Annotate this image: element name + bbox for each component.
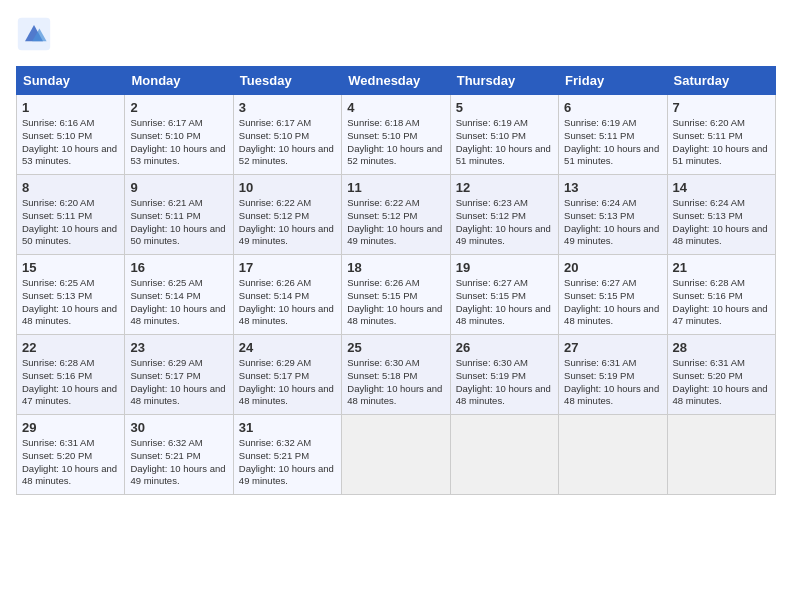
day-number: 2: [130, 100, 227, 115]
logo-icon: [16, 16, 52, 52]
cell-sunrise: Sunrise: 6:19 AMSunset: 5:11 PMDaylight:…: [564, 117, 659, 166]
cell-sunrise: Sunrise: 6:32 AMSunset: 5:21 PMDaylight:…: [239, 437, 334, 486]
calendar-cell: 3 Sunrise: 6:17 AMSunset: 5:10 PMDayligh…: [233, 95, 341, 175]
day-number: 15: [22, 260, 119, 275]
cell-sunrise: Sunrise: 6:30 AMSunset: 5:18 PMDaylight:…: [347, 357, 442, 406]
calendar-cell: 31 Sunrise: 6:32 AMSunset: 5:21 PMDaylig…: [233, 415, 341, 495]
header-monday: Monday: [125, 67, 233, 95]
day-number: 19: [456, 260, 553, 275]
calendar-cell: 28 Sunrise: 6:31 AMSunset: 5:20 PMDaylig…: [667, 335, 775, 415]
day-number: 5: [456, 100, 553, 115]
cell-sunrise: Sunrise: 6:24 AMSunset: 5:13 PMDaylight:…: [673, 197, 768, 246]
cell-sunrise: Sunrise: 6:18 AMSunset: 5:10 PMDaylight:…: [347, 117, 442, 166]
cell-sunrise: Sunrise: 6:24 AMSunset: 5:13 PMDaylight:…: [564, 197, 659, 246]
cell-sunrise: Sunrise: 6:20 AMSunset: 5:11 PMDaylight:…: [673, 117, 768, 166]
cell-sunrise: Sunrise: 6:30 AMSunset: 5:19 PMDaylight:…: [456, 357, 551, 406]
page-header: [16, 16, 776, 52]
cell-sunrise: Sunrise: 6:27 AMSunset: 5:15 PMDaylight:…: [456, 277, 551, 326]
calendar-cell: 17 Sunrise: 6:26 AMSunset: 5:14 PMDaylig…: [233, 255, 341, 335]
calendar-cell: 19 Sunrise: 6:27 AMSunset: 5:15 PMDaylig…: [450, 255, 558, 335]
calendar-week-5: 29 Sunrise: 6:31 AMSunset: 5:20 PMDaylig…: [17, 415, 776, 495]
day-number: 9: [130, 180, 227, 195]
calendar-cell: 21 Sunrise: 6:28 AMSunset: 5:16 PMDaylig…: [667, 255, 775, 335]
header-friday: Friday: [559, 67, 667, 95]
day-number: 16: [130, 260, 227, 275]
header-sunday: Sunday: [17, 67, 125, 95]
cell-sunrise: Sunrise: 6:26 AMSunset: 5:15 PMDaylight:…: [347, 277, 442, 326]
calendar-table: SundayMondayTuesdayWednesdayThursdayFrid…: [16, 66, 776, 495]
cell-sunrise: Sunrise: 6:17 AMSunset: 5:10 PMDaylight:…: [130, 117, 225, 166]
cell-sunrise: Sunrise: 6:21 AMSunset: 5:11 PMDaylight:…: [130, 197, 225, 246]
day-number: 23: [130, 340, 227, 355]
calendar-header-row: SundayMondayTuesdayWednesdayThursdayFrid…: [17, 67, 776, 95]
header-tuesday: Tuesday: [233, 67, 341, 95]
calendar-cell: 23 Sunrise: 6:29 AMSunset: 5:17 PMDaylig…: [125, 335, 233, 415]
calendar-cell: 26 Sunrise: 6:30 AMSunset: 5:19 PMDaylig…: [450, 335, 558, 415]
day-number: 6: [564, 100, 661, 115]
day-number: 31: [239, 420, 336, 435]
day-number: 7: [673, 100, 770, 115]
cell-sunrise: Sunrise: 6:31 AMSunset: 5:20 PMDaylight:…: [22, 437, 117, 486]
day-number: 11: [347, 180, 444, 195]
calendar-cell: 30 Sunrise: 6:32 AMSunset: 5:21 PMDaylig…: [125, 415, 233, 495]
calendar-cell: 12 Sunrise: 6:23 AMSunset: 5:12 PMDaylig…: [450, 175, 558, 255]
header-thursday: Thursday: [450, 67, 558, 95]
day-number: 24: [239, 340, 336, 355]
day-number: 1: [22, 100, 119, 115]
day-number: 13: [564, 180, 661, 195]
calendar-week-3: 15 Sunrise: 6:25 AMSunset: 5:13 PMDaylig…: [17, 255, 776, 335]
calendar-cell: 6 Sunrise: 6:19 AMSunset: 5:11 PMDayligh…: [559, 95, 667, 175]
day-number: 3: [239, 100, 336, 115]
day-number: 25: [347, 340, 444, 355]
day-number: 26: [456, 340, 553, 355]
cell-sunrise: Sunrise: 6:16 AMSunset: 5:10 PMDaylight:…: [22, 117, 117, 166]
calendar-cell: 20 Sunrise: 6:27 AMSunset: 5:15 PMDaylig…: [559, 255, 667, 335]
calendar-week-2: 8 Sunrise: 6:20 AMSunset: 5:11 PMDayligh…: [17, 175, 776, 255]
calendar-cell: 1 Sunrise: 6:16 AMSunset: 5:10 PMDayligh…: [17, 95, 125, 175]
calendar-cell: 11 Sunrise: 6:22 AMSunset: 5:12 PMDaylig…: [342, 175, 450, 255]
calendar-week-1: 1 Sunrise: 6:16 AMSunset: 5:10 PMDayligh…: [17, 95, 776, 175]
cell-sunrise: Sunrise: 6:26 AMSunset: 5:14 PMDaylight:…: [239, 277, 334, 326]
cell-sunrise: Sunrise: 6:28 AMSunset: 5:16 PMDaylight:…: [673, 277, 768, 326]
day-number: 4: [347, 100, 444, 115]
calendar-cell: 27 Sunrise: 6:31 AMSunset: 5:19 PMDaylig…: [559, 335, 667, 415]
calendar-week-4: 22 Sunrise: 6:28 AMSunset: 5:16 PMDaylig…: [17, 335, 776, 415]
day-number: 21: [673, 260, 770, 275]
cell-sunrise: Sunrise: 6:17 AMSunset: 5:10 PMDaylight:…: [239, 117, 334, 166]
cell-sunrise: Sunrise: 6:25 AMSunset: 5:14 PMDaylight:…: [130, 277, 225, 326]
calendar-cell: [667, 415, 775, 495]
day-number: 20: [564, 260, 661, 275]
cell-sunrise: Sunrise: 6:27 AMSunset: 5:15 PMDaylight:…: [564, 277, 659, 326]
header-wednesday: Wednesday: [342, 67, 450, 95]
calendar-cell: 29 Sunrise: 6:31 AMSunset: 5:20 PMDaylig…: [17, 415, 125, 495]
header-saturday: Saturday: [667, 67, 775, 95]
day-number: 27: [564, 340, 661, 355]
day-number: 18: [347, 260, 444, 275]
calendar-cell: 9 Sunrise: 6:21 AMSunset: 5:11 PMDayligh…: [125, 175, 233, 255]
day-number: 30: [130, 420, 227, 435]
day-number: 14: [673, 180, 770, 195]
cell-sunrise: Sunrise: 6:22 AMSunset: 5:12 PMDaylight:…: [347, 197, 442, 246]
cell-sunrise: Sunrise: 6:31 AMSunset: 5:19 PMDaylight:…: [564, 357, 659, 406]
calendar-cell: 18 Sunrise: 6:26 AMSunset: 5:15 PMDaylig…: [342, 255, 450, 335]
day-number: 17: [239, 260, 336, 275]
calendar-cell: 16 Sunrise: 6:25 AMSunset: 5:14 PMDaylig…: [125, 255, 233, 335]
cell-sunrise: Sunrise: 6:19 AMSunset: 5:10 PMDaylight:…: [456, 117, 551, 166]
calendar-cell: [342, 415, 450, 495]
cell-sunrise: Sunrise: 6:28 AMSunset: 5:16 PMDaylight:…: [22, 357, 117, 406]
cell-sunrise: Sunrise: 6:22 AMSunset: 5:12 PMDaylight:…: [239, 197, 334, 246]
calendar-cell: 24 Sunrise: 6:29 AMSunset: 5:17 PMDaylig…: [233, 335, 341, 415]
calendar-cell: 22 Sunrise: 6:28 AMSunset: 5:16 PMDaylig…: [17, 335, 125, 415]
day-number: 10: [239, 180, 336, 195]
calendar-cell: 15 Sunrise: 6:25 AMSunset: 5:13 PMDaylig…: [17, 255, 125, 335]
calendar-cell: 10 Sunrise: 6:22 AMSunset: 5:12 PMDaylig…: [233, 175, 341, 255]
calendar-cell: 8 Sunrise: 6:20 AMSunset: 5:11 PMDayligh…: [17, 175, 125, 255]
day-number: 29: [22, 420, 119, 435]
cell-sunrise: Sunrise: 6:25 AMSunset: 5:13 PMDaylight:…: [22, 277, 117, 326]
day-number: 8: [22, 180, 119, 195]
calendar-cell: 13 Sunrise: 6:24 AMSunset: 5:13 PMDaylig…: [559, 175, 667, 255]
cell-sunrise: Sunrise: 6:29 AMSunset: 5:17 PMDaylight:…: [239, 357, 334, 406]
cell-sunrise: Sunrise: 6:31 AMSunset: 5:20 PMDaylight:…: [673, 357, 768, 406]
calendar-cell: 2 Sunrise: 6:17 AMSunset: 5:10 PMDayligh…: [125, 95, 233, 175]
day-number: 28: [673, 340, 770, 355]
